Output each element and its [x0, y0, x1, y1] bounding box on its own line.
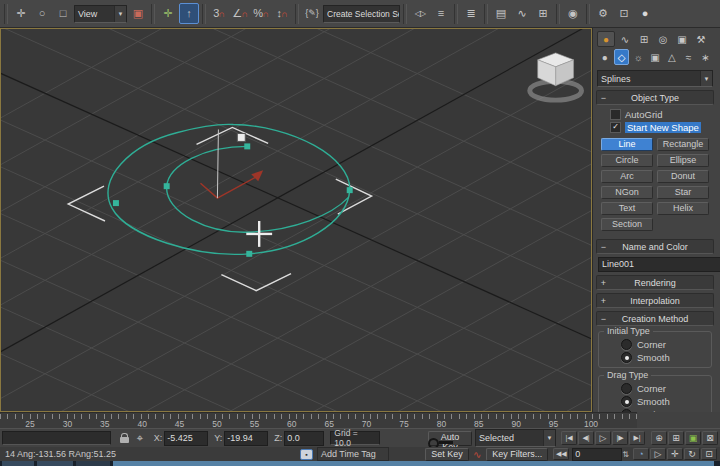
z-coordinate-field[interactable] [284, 431, 324, 446]
rollout-header-name-and-color[interactable]: − Name and Color [596, 239, 714, 254]
select-and-move-button[interactable]: ✛ [11, 3, 31, 24]
rollout-header-interpolation[interactable]: + Interpolation [596, 293, 714, 308]
rollout-header-creation-method[interactable]: − Creation Method [596, 311, 714, 326]
track-selection-field[interactable] [2, 431, 111, 445]
initial-corner-radio[interactable] [621, 339, 632, 350]
schematic-view-button[interactable]: ⊞ [533, 3, 553, 24]
tab-motion[interactable]: ◎ [654, 31, 672, 47]
layer-manager-button[interactable]: ≣ [461, 3, 481, 24]
next-frame-icon: |▶ [616, 434, 623, 442]
tab-display[interactable]: ▣ [673, 31, 691, 47]
select-and-scale-button[interactable]: □ [53, 3, 73, 24]
next-frame-button[interactable]: |▶ [612, 431, 628, 445]
category-space-warps[interactable]: ≈ [681, 49, 697, 65]
zoom-extents-all-button[interactable]: ⊠ [702, 431, 718, 445]
tab-hierarchy[interactable]: ⊞ [635, 31, 653, 47]
material-editor-button[interactable]: ◉ [563, 3, 583, 24]
key-filters-button[interactable]: Key Filters... [486, 448, 548, 461]
drag-smooth-radio[interactable] [621, 396, 632, 407]
expand-icon: + [597, 278, 610, 288]
strip-segment [37, 461, 73, 466]
viewport-canvas[interactable] [1, 29, 591, 411]
shape-category-dropdown[interactable]: Splines ▼ [597, 70, 713, 87]
play-button[interactable]: ▷ [595, 431, 611, 445]
first-vertex-marker[interactable] [237, 133, 245, 141]
add-time-tag[interactable]: Add Time Tag [317, 447, 389, 461]
tab-utilities[interactable]: ⚒ [692, 31, 710, 47]
category-helpers[interactable]: △ [664, 49, 680, 65]
tick-label: 95 [549, 419, 558, 429]
line-button[interactable]: Line [601, 138, 653, 151]
go-to-end-button[interactable]: ▶| [629, 431, 645, 445]
section-button[interactable]: Section [601, 218, 653, 231]
ngon-button[interactable]: NGon [601, 186, 653, 199]
pan-button[interactable]: ✛ [667, 448, 683, 460]
go-to-start-button[interactable]: |◀ [561, 431, 577, 445]
select-and-manipulate-button[interactable]: ✛ [158, 3, 178, 24]
edit-named-selection-sets-button[interactable]: {✎} [302, 3, 322, 24]
ellipse-button[interactable]: Ellipse [657, 154, 709, 167]
rendered-frame-window-button[interactable]: ⊡ [614, 3, 634, 24]
category-cameras[interactable]: ▣ [647, 49, 663, 65]
arc-button[interactable]: Arc [601, 170, 653, 183]
timeline-ruler[interactable]: 253035404550556065707580859095100 [0, 412, 637, 428]
use-center-button[interactable]: ▣ [128, 3, 148, 24]
key-mode-toggle-button[interactable]: ◀◀ [553, 448, 569, 460]
zoom-all-button[interactable]: ⊞ [668, 431, 684, 445]
star-button[interactable]: Star [657, 186, 709, 199]
strip-progress [113, 461, 714, 466]
default-tangents-icon[interactable]: ∿ [473, 449, 481, 460]
zoom-extents-button[interactable]: ▣ [685, 431, 701, 445]
rollout-header-rendering[interactable]: + Rendering [596, 275, 714, 290]
selection-lock-button[interactable] [118, 430, 132, 446]
autogrid-checkbox[interactable] [610, 109, 621, 120]
x-coordinate-field[interactable] [164, 431, 208, 446]
current-frame-field[interactable] [572, 448, 622, 461]
previous-frame-button[interactable]: ◀| [578, 431, 594, 445]
category-shapes[interactable]: ◇ [614, 49, 630, 65]
tab-modify[interactable]: ∿ [616, 31, 634, 47]
perspective-viewport[interactable] [0, 28, 592, 412]
circle-button[interactable]: Circle [601, 154, 653, 167]
zoom-button[interactable]: ⊕ [651, 431, 667, 445]
snaps-toggle-button[interactable]: 3∩ [209, 3, 229, 24]
category-lights[interactable]: ☼ [630, 49, 646, 65]
category-geometry[interactable]: ● [597, 49, 613, 65]
set-key-button[interactable]: Set Key [425, 448, 469, 461]
render-setup-button[interactable]: ⚙ [593, 3, 613, 24]
initial-smooth-radio[interactable] [621, 352, 632, 363]
render-production-button[interactable]: ● [635, 3, 655, 24]
rollout-header-object-type[interactable]: − Object Type [596, 90, 714, 105]
absolute-mode-button[interactable]: ⌖ [132, 430, 148, 446]
reference-coordinate-dropdown[interactable]: View ▼ [74, 5, 127, 23]
angle-snap-button[interactable]: ∠∩ [230, 3, 250, 24]
mirror-button[interactable]: ◁▷ [410, 3, 430, 24]
align-button[interactable]: ≡ [431, 3, 451, 24]
zoom-region-button[interactable]: ▷ [650, 448, 666, 460]
donut-button[interactable]: Donut [657, 170, 709, 183]
scene-explorer-button[interactable]: ▤ [491, 3, 511, 24]
rectangle-button[interactable]: Rectangle [657, 138, 709, 151]
helix-button[interactable]: Helix [657, 202, 709, 215]
start-new-shape-checkbox[interactable]: ✓ [610, 122, 621, 133]
orbit-button[interactable]: ↻ [684, 448, 700, 460]
keyboard-shortcut-override-button[interactable]: ↑ [179, 3, 199, 24]
select-and-rotate-button[interactable]: ○ [32, 3, 52, 24]
listener-toggle-icon[interactable]: ▪ [300, 449, 313, 460]
drag-corner-radio[interactable] [621, 383, 632, 394]
tab-create[interactable]: ● [597, 31, 615, 47]
category-systems[interactable]: ∗ [697, 49, 713, 65]
y-coordinate-field[interactable] [224, 431, 268, 446]
named-selection-set-combo[interactable]: Create Selection Se ▼ [323, 5, 400, 23]
time-configuration-button[interactable]: ◔ [633, 448, 649, 460]
frame-spinner[interactable]: ⇅ [622, 450, 629, 459]
rollout-title: Object Type [610, 93, 713, 103]
spinner-snap-button[interactable]: ↕∩ [272, 3, 292, 24]
text-button[interactable]: Text [601, 202, 653, 215]
curve-editor-button[interactable]: ∿ [512, 3, 532, 24]
key-mode-dropdown[interactable]: Selected ▼ [475, 429, 556, 447]
percent-snap-button[interactable]: %∩ [251, 3, 271, 24]
tick-label: 55 [250, 419, 259, 429]
object-name-field[interactable] [598, 257, 720, 272]
maximize-viewport-button[interactable]: ⊡ [701, 448, 717, 460]
